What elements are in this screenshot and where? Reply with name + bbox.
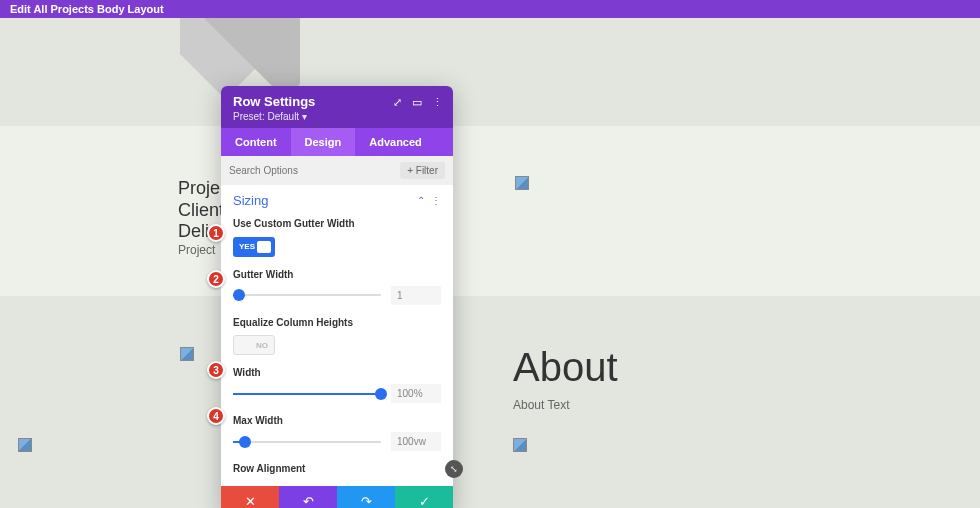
row-settings-modal: Row Settings Preset: Default ▾ ⤢ ▭ ⋮ Con… bbox=[221, 86, 453, 508]
save-button[interactable]: ✓ bbox=[395, 486, 453, 508]
menu-icon[interactable]: ⋮ bbox=[432, 96, 443, 109]
editor-top-bar: Edit All Projects Body Layout bbox=[0, 0, 980, 18]
annotation-badge-3: 3 bbox=[207, 361, 225, 379]
broken-image-icon bbox=[180, 347, 194, 361]
tab-content[interactable]: Content bbox=[221, 128, 291, 156]
redo-button[interactable]: ↷ bbox=[337, 486, 395, 508]
option-equalize: Equalize Column Heights NO bbox=[233, 317, 441, 356]
slider-gutter-width[interactable] bbox=[233, 294, 381, 296]
option-use-custom-gutter: Use Custom Gutter Width YES bbox=[233, 218, 441, 257]
option-gutter-width: Gutter Width bbox=[233, 269, 441, 305]
gutter-width-value[interactable] bbox=[391, 286, 441, 305]
annotation-badge-4: 4 bbox=[207, 407, 225, 425]
modal-header[interactable]: Row Settings Preset: Default ▾ ⤢ ▭ ⋮ bbox=[221, 86, 453, 128]
about-text: About Text bbox=[513, 398, 618, 412]
slider-width[interactable] bbox=[233, 393, 381, 395]
broken-image-icon bbox=[513, 438, 527, 452]
annotation-badge-2: 2 bbox=[207, 270, 225, 288]
toggle-equalize[interactable]: NO bbox=[233, 335, 275, 355]
modal-body: Sizing ⌃ ⋮ Use Custom Gutter Width YES G… bbox=[221, 185, 453, 486]
tab-design[interactable]: Design bbox=[291, 128, 356, 156]
toggle-use-custom-gutter[interactable]: YES bbox=[233, 237, 275, 257]
expand-icon[interactable]: ⤢ bbox=[393, 96, 402, 109]
section-menu-icon[interactable]: ⋮ bbox=[431, 195, 441, 206]
width-value[interactable] bbox=[391, 384, 441, 403]
search-input[interactable] bbox=[229, 165, 400, 176]
filter-button[interactable]: + Filter bbox=[400, 162, 445, 179]
slider-max-width[interactable] bbox=[233, 441, 381, 443]
modal-preset[interactable]: Preset: Default ▾ bbox=[233, 111, 441, 122]
about-heading: About bbox=[513, 345, 618, 390]
broken-image-icon bbox=[515, 176, 529, 190]
section-title: Sizing bbox=[233, 193, 268, 208]
undo-button[interactable]: ↶ bbox=[279, 486, 337, 508]
search-row: + Filter bbox=[221, 156, 453, 185]
topbar-title: Edit All Projects Body Layout bbox=[10, 3, 164, 15]
option-row-alignment: Row Alignment bbox=[233, 463, 441, 474]
tab-advanced[interactable]: Advanced bbox=[355, 128, 436, 156]
project-sub: Project bbox=[178, 243, 215, 257]
modal-tabs: Content Design Advanced bbox=[221, 128, 453, 156]
resize-handle-icon[interactable]: ⤡ bbox=[445, 460, 463, 478]
broken-image-icon bbox=[18, 438, 32, 452]
close-button[interactable]: ✕ bbox=[221, 486, 279, 508]
modal-footer: ✕ ↶ ↷ ✓ bbox=[221, 486, 453, 508]
about-block: About About Text bbox=[513, 345, 618, 412]
section-sizing-header[interactable]: Sizing ⌃ ⋮ bbox=[233, 193, 441, 208]
chevron-up-icon[interactable]: ⌃ bbox=[417, 195, 425, 206]
max-width-value[interactable] bbox=[391, 432, 441, 451]
option-width: Width bbox=[233, 367, 441, 403]
option-max-width: Max Width bbox=[233, 415, 441, 451]
annotation-badge-1: 1 bbox=[207, 224, 225, 242]
bg-band bbox=[0, 126, 980, 296]
responsive-icon[interactable]: ▭ bbox=[412, 96, 422, 109]
